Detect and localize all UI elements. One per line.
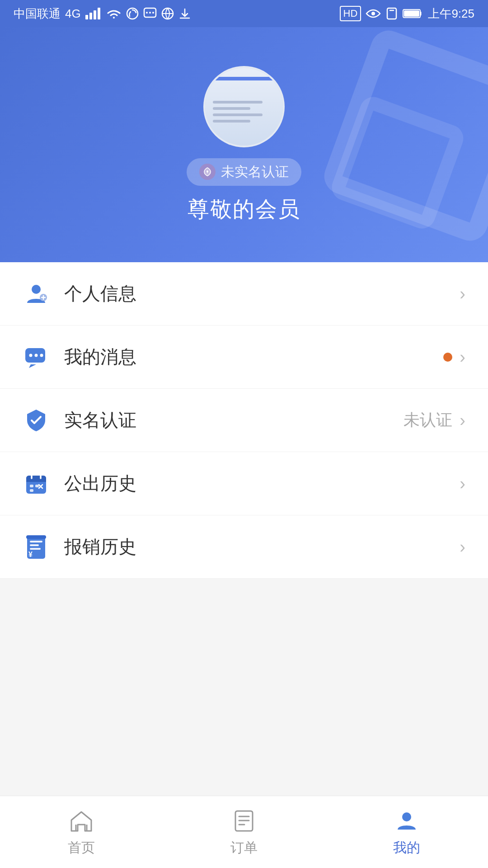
status-left: 中国联通 4G xyxy=(14,6,191,22)
bottom-nav: 首页 订单 我的 xyxy=(0,796,488,868)
personal-info-label: 个人信息 xyxy=(64,281,460,306)
home-nav-label: 首页 xyxy=(68,839,95,857)
svg-rect-3 xyxy=(98,8,100,19)
real-name-status: 未认证 xyxy=(404,409,452,431)
signal-icon xyxy=(85,8,102,19)
reimbursement-icon-wrap: ¥ xyxy=(23,533,50,561)
badge-icon xyxy=(199,164,216,180)
phone-icon xyxy=(385,7,398,20)
mine-nav-icon xyxy=(393,807,420,834)
svg-rect-23 xyxy=(26,480,46,482)
svg-rect-31 xyxy=(30,544,39,546)
reimbursement-chevron: › xyxy=(460,538,465,556)
svg-rect-0 xyxy=(85,15,88,19)
signal-label: 4G xyxy=(65,7,81,21)
avatar-image xyxy=(205,68,283,146)
real-name-label: 实名认证 xyxy=(64,408,404,433)
reimbursement-right: › xyxy=(460,538,465,556)
hd-label: HD xyxy=(340,6,361,21)
svg-rect-30 xyxy=(30,541,42,542)
svg-rect-34 xyxy=(26,535,46,539)
svg-point-20 xyxy=(40,354,43,357)
svg-point-19 xyxy=(35,354,38,357)
reimbursement-label: 报销历史 xyxy=(64,534,460,559)
badge-text: 未实名认证 xyxy=(221,163,289,181)
status-right: HD 上午9:25 xyxy=(340,6,474,22)
svg-rect-14 xyxy=(404,10,419,17)
business-history-right: › xyxy=(460,475,465,492)
calendar-icon xyxy=(23,471,49,496)
carrier-label: 中国联通 xyxy=(14,6,61,22)
business-history-icon-wrap xyxy=(23,470,50,497)
real-name-chevron: › xyxy=(460,412,465,429)
my-messages-right: › xyxy=(443,349,465,366)
my-messages-label: 我的消息 xyxy=(64,344,443,369)
svg-rect-26 xyxy=(30,485,33,487)
svg-point-8 xyxy=(152,12,154,14)
svg-rect-11 xyxy=(387,8,396,19)
chat-icon xyxy=(23,344,49,370)
my-messages-icon-wrap xyxy=(23,344,50,371)
svg-rect-1 xyxy=(89,13,92,19)
status-bar: 中国联通 4G xyxy=(0,0,488,27)
receipt-icon: ¥ xyxy=(23,534,49,560)
menu-item-reimbursement[interactable]: ¥ 报销历史 › xyxy=(0,515,488,579)
nav-item-home[interactable]: 首页 xyxy=(0,796,163,868)
refresh-icon xyxy=(126,7,139,20)
personal-info-icon-wrap xyxy=(23,280,50,307)
profile-header: 未实名认证 尊敬的会员 xyxy=(0,27,488,262)
menu-item-personal-info[interactable]: 个人信息 › xyxy=(0,262,488,326)
globe-icon xyxy=(161,7,174,20)
download-icon xyxy=(178,7,191,20)
svg-point-41 xyxy=(402,812,411,821)
menu-item-business-history[interactable]: 公出历史 › xyxy=(0,452,488,515)
svg-text:¥: ¥ xyxy=(28,551,33,558)
message-dot-badge xyxy=(443,353,452,362)
member-name: 尊敬的会员 xyxy=(188,195,300,224)
svg-point-10 xyxy=(371,12,375,15)
svg-rect-32 xyxy=(30,548,41,550)
menu-list: 个人信息 › 我的消息 › 实名认证 xyxy=(0,262,488,579)
svg-point-18 xyxy=(29,354,33,357)
svg-point-7 xyxy=(149,12,151,14)
home-nav-icon xyxy=(68,807,95,834)
svg-rect-28 xyxy=(30,489,33,492)
personal-info-chevron: › xyxy=(460,285,465,302)
orders-nav-label: 订单 xyxy=(230,839,258,857)
business-history-label: 公出历史 xyxy=(64,471,460,496)
personal-info-right: › xyxy=(460,285,465,302)
person-icon xyxy=(23,281,49,307)
my-messages-chevron: › xyxy=(460,349,465,366)
svg-point-15 xyxy=(32,285,41,294)
battery-icon xyxy=(403,8,423,19)
menu-item-my-messages[interactable]: 我的消息 › xyxy=(0,326,488,389)
nav-item-orders[interactable]: 订单 xyxy=(163,796,325,868)
menu-item-real-name[interactable]: 实名认证 未认证 › xyxy=(0,389,488,452)
shield-icon xyxy=(23,408,49,433)
mine-nav-label: 我的 xyxy=(393,839,420,857)
real-name-icon-wrap xyxy=(23,407,50,434)
svg-rect-2 xyxy=(94,10,96,19)
message-icon xyxy=(143,7,157,20)
orders-nav-icon xyxy=(230,807,258,834)
eye-icon xyxy=(366,8,381,19)
nav-item-mine[interactable]: 我的 xyxy=(325,796,488,868)
svg-point-6 xyxy=(146,12,148,14)
time-label: 上午9:25 xyxy=(428,6,474,22)
business-history-chevron: › xyxy=(460,475,465,492)
wifi-icon xyxy=(106,8,122,19)
svg-rect-27 xyxy=(35,485,39,487)
verification-badge[interactable]: 未实名认证 xyxy=(187,158,301,186)
avatar[interactable] xyxy=(203,66,285,147)
real-name-right: 未认证 › xyxy=(404,409,465,431)
